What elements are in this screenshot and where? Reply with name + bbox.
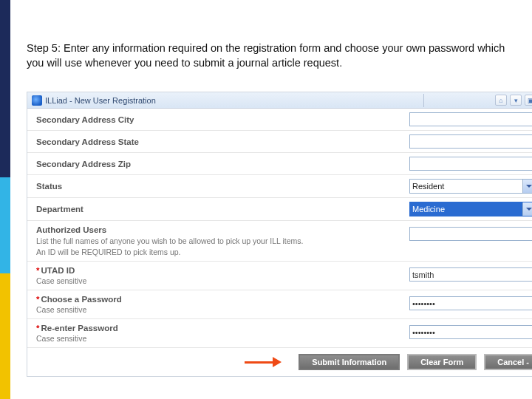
- input-city[interactable]: [409, 112, 532, 126]
- input-password-confirm[interactable]: [409, 325, 532, 339]
- browser-window: ILLiad - New User Registration ⌂ ▾ ▣ Sec…: [27, 92, 532, 377]
- toolbar-right: ⌂ ▾ ▣: [495, 95, 532, 106]
- ie-favicon-icon: [32, 95, 42, 106]
- decoration-stripe-gold: [0, 273, 10, 399]
- dropdown-icon[interactable]: ▾: [510, 95, 522, 106]
- input-zip[interactable]: [409, 157, 532, 171]
- select-status[interactable]: Resident: [409, 179, 532, 194]
- submit-button[interactable]: Submit Information: [299, 354, 400, 370]
- label-utad: UTAD ID: [36, 266, 75, 275]
- tab-divider: [423, 94, 424, 107]
- callout-arrow-icon: [245, 357, 287, 367]
- clear-button[interactable]: Clear Form: [407, 354, 477, 370]
- registration-form: Secondary Address City Secondary Address…: [27, 109, 532, 376]
- label-city: Secondary Address City: [36, 115, 409, 124]
- authorized-help-2: An ID will be REQUIRED to pick items up.: [36, 248, 409, 256]
- input-password[interactable]: [409, 296, 532, 310]
- tab-title[interactable]: ILLiad - New User Registration: [45, 96, 156, 105]
- feed-icon[interactable]: ▣: [525, 95, 532, 106]
- row-state: Secondary Address State: [27, 131, 532, 153]
- row-department: Department Medicine: [27, 198, 532, 221]
- input-utad[interactable]: [409, 267, 532, 282]
- cancel-button[interactable]: Cancel -: [484, 354, 532, 370]
- row-authorized-users: Authorized Users List the full names of …: [27, 221, 532, 262]
- label-department: Department: [36, 205, 409, 214]
- chevron-down-icon: [522, 202, 532, 216]
- password2-case-note: Case sensitive: [36, 334, 409, 343]
- password-case-note: Case sensitive: [36, 305, 409, 314]
- row-zip: Secondary Address Zip: [27, 153, 532, 175]
- row-city: Secondary Address City: [27, 109, 532, 131]
- label-password-confirm: Re-enter Password: [36, 324, 118, 332]
- row-utad-id: UTAD ID Case sensitive: [27, 262, 532, 290]
- instruction-text: Step 5: Enter any information required o…: [27, 41, 511, 70]
- label-password: Choose a Password: [36, 295, 122, 304]
- select-department[interactable]: Medicine: [409, 202, 532, 216]
- decoration-stripe-navy: [0, 0, 10, 177]
- input-authorized[interactable]: [409, 227, 532, 241]
- select-status-value: Resident: [412, 182, 444, 191]
- browser-tabbar: ILLiad - New User Registration ⌂ ▾ ▣: [27, 92, 532, 109]
- row-password-confirm: Re-enter Password Case sensitive: [27, 319, 532, 348]
- authorized-help-1: List the full names of anyone you wish t…: [36, 236, 409, 245]
- decoration-stripe-sky: [0, 177, 10, 273]
- input-state[interactable]: [409, 134, 532, 149]
- select-department-value: Medicine: [412, 205, 445, 214]
- label-status: Status: [36, 182, 409, 191]
- label-state: Secondary Address State: [36, 137, 409, 146]
- row-password: Choose a Password Case sensitive: [27, 290, 532, 319]
- row-status: Status Resident: [27, 175, 532, 198]
- label-zip: Secondary Address Zip: [36, 160, 409, 168]
- button-row: Submit Information Clear Form Cancel -: [27, 348, 532, 376]
- label-authorized: Authorized Users: [36, 225, 106, 234]
- chevron-down-icon: [522, 180, 532, 193]
- home-icon[interactable]: ⌂: [495, 95, 507, 106]
- utad-case-note: Case sensitive: [36, 276, 409, 285]
